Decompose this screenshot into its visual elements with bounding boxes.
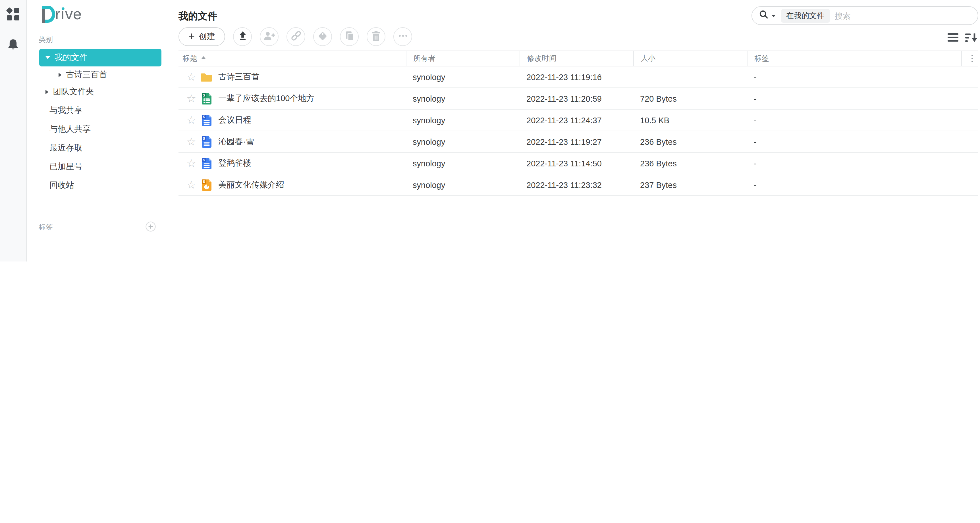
sheet-icon: S	[200, 93, 212, 104]
drive-logo-d-icon	[42, 6, 55, 25]
rail-divider	[4, 31, 22, 31]
file-tags: -	[747, 137, 961, 146]
search-bar[interactable]: 在我的文件	[751, 6, 978, 25]
notifications-button[interactable]	[7, 39, 19, 52]
file-modified: 2022-11-23 11:20:59	[520, 94, 633, 103]
file-owner: synology	[406, 116, 520, 125]
doc-icon: S	[200, 158, 212, 169]
sort-ascending-icon	[201, 56, 206, 59]
svg-text:S: S	[203, 136, 205, 140]
sidebar-item-recycle-bin[interactable]: 回收站	[39, 176, 161, 195]
category-label: 类别	[39, 35, 53, 45]
sidebar-item-shared-with-others[interactable]: 与他人共享	[39, 120, 161, 139]
sidebar-item-poems-folder[interactable]: 古诗三百首	[39, 67, 161, 82]
upload-icon	[237, 31, 248, 43]
star-icon[interactable]: ☆	[186, 179, 196, 190]
share-add-button[interactable]	[260, 27, 278, 46]
file-name: 登鹳雀楼	[218, 158, 251, 169]
file-modified: 2022-11-23 11:14:50	[520, 159, 633, 168]
get-link-button[interactable]	[286, 27, 305, 46]
column-header-modified[interactable]: 修改时间	[520, 51, 633, 66]
main-panel: 我的文件 在我的文件 + 创建	[165, 0, 980, 262]
plus-circle-icon	[146, 222, 156, 233]
file-modified: 2022-11-23 11:19:16	[520, 72, 633, 81]
search-scope-chip[interactable]: 在我的文件	[781, 9, 830, 22]
folder-icon	[200, 72, 212, 81]
add-tag-button[interactable]	[146, 222, 156, 233]
search-scope-caret-icon[interactable]	[772, 14, 776, 17]
sidebar-nav: 我的文件 古诗三百首 团队文件夹 与我共享 与他人共享 最近存取 已加星号	[27, 49, 164, 195]
delete-button[interactable]	[367, 27, 385, 46]
sidebar: rıve 类别 我的文件 古诗三百首 团队文件夹 与我共享 与他人共享	[27, 0, 164, 262]
svg-text:S: S	[203, 93, 205, 97]
table-row[interactable]: ☆ S 会议日程 synology 2022-11-23 11:24:37 10…	[178, 109, 978, 131]
sidebar-item-label: 古诗三百首	[66, 69, 107, 80]
star-icon[interactable]: ☆	[186, 115, 196, 125]
sidebar-item-shared-with-me[interactable]: 与我共享	[39, 101, 161, 120]
create-button-label: 创建	[199, 31, 215, 42]
table-row[interactable]: ☆ S 一辈子应该去的100个地方 synology 2022-11-23 11…	[178, 88, 978, 109]
table-header: 标题 所有者 修改时间 大小 标签	[178, 51, 978, 67]
create-button[interactable]: + 创建	[178, 27, 225, 46]
star-icon[interactable]: ☆	[186, 93, 196, 104]
star-icon[interactable]: ☆	[186, 71, 196, 82]
sidebar-item-recent[interactable]: 最近存取	[39, 139, 161, 157]
file-tags: -	[747, 116, 961, 125]
trash-icon	[371, 30, 381, 43]
sidebar-item-team-folder[interactable]: 团队文件夹	[39, 82, 161, 101]
file-tags: -	[747, 72, 961, 81]
toolbar: + 创建	[178, 27, 980, 46]
star-icon[interactable]: ☆	[186, 158, 196, 169]
search-icon	[759, 10, 769, 22]
drive-window: S rıve 类别 我的文件 古诗三百首	[0, 0, 980, 262]
copy-icon	[344, 30, 355, 43]
column-header-owner[interactable]: 所有者	[406, 51, 520, 66]
file-modified: 2022-11-23 11:19:27	[520, 137, 633, 146]
file-owner: synology	[406, 137, 520, 146]
table-row[interactable]: ☆ S 登鹳雀楼 synology 2022-11-23 11:14:50 23…	[178, 153, 978, 174]
sort-button[interactable]	[965, 33, 977, 44]
column-header-title[interactable]: 标题	[178, 51, 406, 66]
link-icon	[290, 30, 302, 43]
tag-icon	[317, 30, 328, 43]
sidebar-item-my-files[interactable]: 我的文件	[39, 49, 161, 67]
more-actions-button[interactable]	[393, 27, 412, 46]
column-settings-button[interactable]	[972, 55, 973, 62]
plus-icon: +	[188, 31, 195, 41]
chevron-right-icon	[59, 72, 61, 77]
sidebar-item-label: 与他人共享	[49, 124, 91, 135]
column-header-tags[interactable]: 标签	[747, 51, 961, 66]
file-owner: synology	[406, 94, 520, 103]
chevron-right-icon	[46, 89, 48, 94]
sidebar-item-label: 我的文件	[54, 52, 88, 63]
sidebar-item-label: 与我共享	[49, 105, 83, 116]
tag-button[interactable]	[313, 27, 332, 46]
file-owner: synology	[406, 180, 520, 189]
sort-descending-icon	[965, 33, 977, 44]
app-launcher-button[interactable]	[6, 7, 21, 23]
table-row[interactable]: ☆ S 沁园春·雪 synology 2022-11-23 11:19:27 2…	[178, 131, 978, 153]
table-row[interactable]: ☆ 古诗三百首 synology 2022-11-23 11:19:16 -	[178, 67, 978, 88]
table-row[interactable]: ☆ S 美丽文化传媒介绍 synology 2022-11-23 11:23:3…	[178, 174, 978, 196]
drive-logo: rıve	[42, 6, 82, 24]
file-owner: synology	[406, 159, 520, 168]
star-icon[interactable]: ☆	[186, 136, 196, 147]
page-title: 我的文件	[178, 10, 217, 23]
doc-icon: S	[200, 114, 212, 126]
file-modified: 2022-11-23 11:23:32	[520, 180, 633, 189]
file-name: 会议日程	[218, 115, 251, 125]
copy-button[interactable]	[340, 27, 359, 46]
search-input[interactable]	[835, 11, 971, 20]
list-view-button[interactable]	[948, 33, 958, 44]
list-view-icon	[948, 33, 958, 44]
tags-label: 标签	[39, 223, 53, 232]
upload-button[interactable]	[233, 27, 252, 46]
file-table: 标题 所有者 修改时间 大小 标签 ☆ 古诗三百首 synology 2022-…	[178, 51, 978, 196]
column-header-size[interactable]: 大小	[633, 51, 747, 66]
sidebar-item-starred[interactable]: 已加星号	[39, 157, 161, 176]
chevron-down-icon	[46, 56, 50, 59]
file-tags: -	[747, 159, 961, 168]
sidebar-item-label: 回收站	[49, 180, 74, 191]
slides-icon: S	[200, 179, 212, 190]
table-body: ☆ 古诗三百首 synology 2022-11-23 11:19:16 - ☆…	[178, 67, 978, 196]
